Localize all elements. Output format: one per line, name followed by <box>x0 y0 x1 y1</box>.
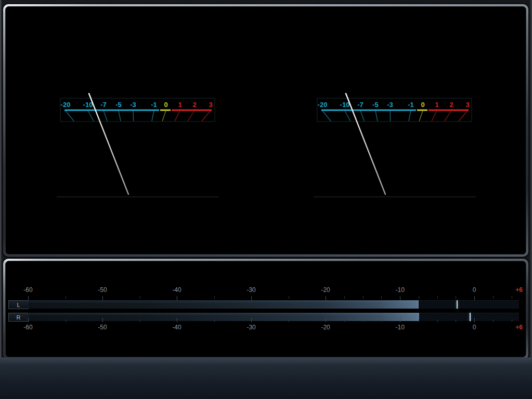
level-scale-tick <box>344 296 345 299</box>
level-scale-tick <box>251 296 252 300</box>
vu-tick <box>188 111 194 121</box>
level-scale-tick <box>381 320 382 322</box>
level-scale-tick <box>419 296 419 299</box>
vu-scale-label: -10 <box>83 101 93 109</box>
level-scale-tick <box>437 320 438 322</box>
vu-meter-right: -20-10-7-5-3-10123 <box>313 93 477 202</box>
level-track-right <box>28 313 519 321</box>
vu-meter-display-area: -20-10-7-5-3-10123 -20-10-7-5-3-10123 <box>5 6 526 255</box>
vu-scale-label: -7 <box>100 101 107 109</box>
level-fill-left <box>28 300 419 309</box>
level-scale-tick <box>289 320 289 322</box>
level-scale-tick <box>363 296 364 299</box>
level-scale-label: -50 <box>98 324 107 331</box>
channel-row-right: R <box>6 313 526 321</box>
level-scale-tick <box>400 318 400 322</box>
level-scale-label: -10 <box>395 324 404 331</box>
level-scale-tick <box>512 296 512 299</box>
vu-scale-label: 3 <box>209 101 212 109</box>
vu-tick <box>175 111 180 121</box>
vu-tick <box>345 111 351 121</box>
level-fill-right <box>28 313 419 321</box>
level-scale-label: +6 <box>515 286 523 294</box>
level-scale-tick <box>437 296 438 299</box>
level-scale-tick <box>28 318 29 322</box>
peak-indicator-right <box>470 313 471 321</box>
vu-scale-label: -1 <box>151 101 157 109</box>
vu-tick <box>119 111 121 121</box>
level-scale-tick <box>140 320 140 322</box>
vu-scale-label: 2 <box>192 101 196 109</box>
level-scale-tick <box>251 318 252 322</box>
level-scale-label: -20 <box>321 286 330 294</box>
level-scale-tick <box>493 320 494 322</box>
vu-meter-face: -20-10-7-5-3-10123 <box>56 93 220 202</box>
vu-scale-label: -20 <box>61 101 71 109</box>
level-scale-tick <box>289 296 289 299</box>
level-scale-tick <box>474 318 475 322</box>
level-scale-tick <box>102 296 103 300</box>
vu-tick <box>459 111 468 121</box>
vu-tick <box>66 111 74 121</box>
level-scale-label: -50 <box>98 286 107 294</box>
vu-tick <box>322 111 331 121</box>
level-scale-tick <box>456 320 456 322</box>
vu-scale-label: 0 <box>164 101 167 109</box>
vu-scale-label: -7 <box>357 101 364 109</box>
level-scale-tick <box>512 320 512 322</box>
level-meter-panel: -60-50-40-30-20-100+6 L R -60-50-40-30-2… <box>3 259 528 360</box>
level-scale-tick <box>381 296 382 299</box>
vu-meter-left: -20-10-7-5-3-10123 <box>56 93 220 202</box>
level-scale-tick <box>28 296 29 300</box>
vu-tick <box>390 111 391 121</box>
vu-scale-label: 1 <box>435 101 438 109</box>
vu-scale-label: 0 <box>421 101 424 109</box>
vu-needle <box>346 94 385 194</box>
level-scale-tick <box>344 320 345 322</box>
level-scale-label: -60 <box>23 324 32 331</box>
level-scale-tick <box>140 296 140 299</box>
vu-tick <box>360 111 364 121</box>
level-scale-label: -40 <box>172 324 181 331</box>
level-scale-tick <box>326 296 326 300</box>
vu-tick <box>133 111 134 121</box>
vu-meter-app-window: -20-10-7-5-3-10123 -20-10-7-5-3-10123 -6… <box>0 0 532 399</box>
level-track-left <box>28 300 519 309</box>
level-scale-label: -60 <box>23 286 32 294</box>
vu-scale-label: -5 <box>115 101 122 109</box>
level-scale-label: -40 <box>172 286 181 294</box>
level-scale-tick <box>400 296 400 300</box>
vu-needle <box>89 94 128 194</box>
vu-tick <box>375 111 378 121</box>
channel-label-right: R <box>8 313 29 322</box>
level-scale-tick <box>214 320 215 322</box>
vu-meter-face: -20-10-7-5-3-10123 <box>313 93 477 202</box>
vu-scale-label: -20 <box>318 101 328 109</box>
level-scale-tick <box>474 296 475 300</box>
level-scale-tick <box>177 318 177 322</box>
vu-tick <box>445 111 451 121</box>
level-scale-label: -10 <box>395 286 404 294</box>
level-scale-label: -20 <box>321 324 330 331</box>
vu-tick <box>419 111 423 121</box>
level-scale-label: +6 <box>515 324 523 331</box>
vu-tick <box>409 111 411 121</box>
level-scale-tick <box>493 296 494 299</box>
vu-scale-label: 3 <box>465 101 469 109</box>
vu-tick <box>103 111 107 121</box>
vu-tick <box>162 111 166 121</box>
level-scale-label: -30 <box>246 324 255 331</box>
level-meter-area: -60-50-40-30-20-100+6 L R -60-50-40-30-2… <box>5 261 526 357</box>
toolbar: 16:18:47 <box>0 357 532 399</box>
level-scale-label: -30 <box>246 286 255 294</box>
vu-scale-label: -10 <box>340 101 350 109</box>
level-scale-tick <box>326 318 326 322</box>
peak-indicator-left <box>457 300 458 309</box>
level-scale-tick <box>456 296 456 299</box>
level-scale-tick <box>66 296 66 299</box>
vu-tick <box>88 111 94 121</box>
level-scale-label: 0 <box>473 324 476 331</box>
vu-scale-label: -5 <box>372 101 379 109</box>
level-scale-tick <box>363 320 364 322</box>
level-scale-tick <box>177 296 177 300</box>
